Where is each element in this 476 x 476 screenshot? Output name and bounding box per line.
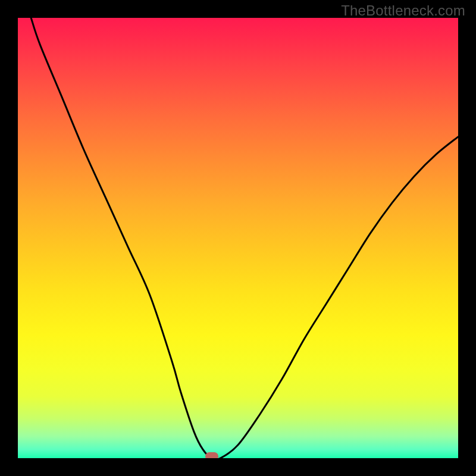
curve-svg xyxy=(18,18,458,458)
bottleneck-curve xyxy=(31,18,458,458)
optimal-marker xyxy=(205,452,218,458)
watermark-text: TheBottleneck.com xyxy=(341,2,465,19)
plot-area xyxy=(18,18,458,458)
chart-frame: TheBottleneck.com xyxy=(0,0,476,476)
